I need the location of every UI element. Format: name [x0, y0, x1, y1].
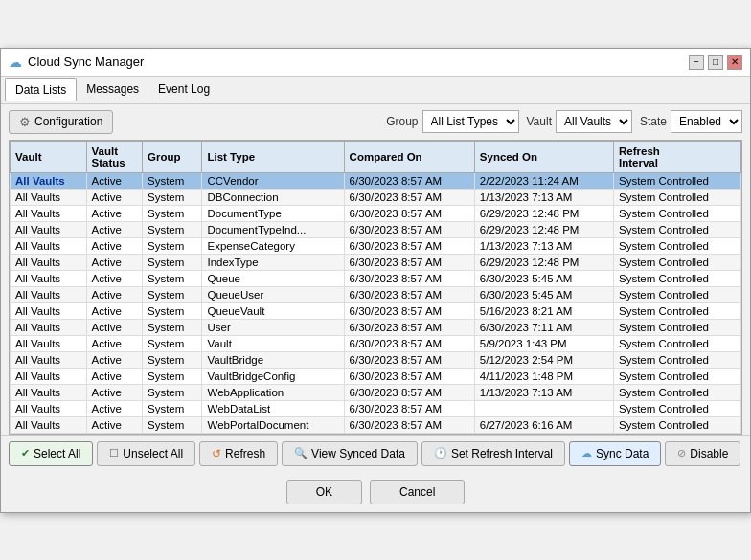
table-cell: QueueVault — [202, 302, 344, 319]
table-cell: System — [142, 221, 202, 237]
app-icon: ☁ — [9, 55, 22, 70]
table-cell: All Vaults — [11, 400, 87, 416]
table-cell: QueueUser — [202, 286, 344, 302]
refresh-icon: ↺ — [212, 447, 221, 460]
table-row[interactable]: All VaultsActiveSystemVault6/30/2023 8:5… — [11, 335, 741, 351]
table-row[interactable]: All VaultsActiveSystemWebDataList6/30/20… — [11, 400, 741, 416]
disable-label: Disable — [690, 447, 728, 460]
menu-item-event-log[interactable]: Event Log — [148, 78, 219, 101]
menu-item-messages[interactable]: Messages — [77, 78, 148, 101]
table-cell: Active — [86, 319, 142, 335]
unselect-all-button[interactable]: ☐ Unselect All — [97, 441, 195, 466]
table-cell: All Vaults — [11, 221, 87, 237]
table-cell: Vault — [202, 335, 344, 351]
table-cell: System Controlled — [613, 286, 740, 302]
set-refresh-interval-button[interactable]: 🕐 Set Refresh Interval — [421, 441, 565, 466]
bottom-toolbar: ✔ Select All ☐ Unselect All ↺ Refresh 🔍 … — [1, 435, 750, 472]
table-row[interactable]: All VaultsActiveSystemWebApplication6/30… — [11, 384, 741, 400]
table-cell: System — [142, 319, 202, 335]
table-cell: 6/30/2023 8:57 AM — [344, 302, 474, 319]
sync-icon: ☁ — [581, 447, 592, 459]
table-cell: System — [142, 237, 202, 254]
state-select[interactable]: Enabled — [671, 110, 742, 133]
table-cell: 6/30/2023 8:57 AM — [344, 221, 474, 237]
table-cell: System Controlled — [613, 351, 740, 368]
cancel-button[interactable]: Cancel — [370, 480, 465, 504]
vault-select[interactable]: All Vaults — [556, 110, 632, 133]
table-cell: 4/11/2023 1:48 PM — [474, 368, 613, 384]
table-cell: All Vaults — [11, 237, 87, 254]
table-row[interactable]: All VaultsActiveSystemExpenseCategory6/3… — [11, 237, 741, 254]
menu-item-data-lists[interactable]: Data Lists — [5, 78, 77, 101]
table-cell: All Vaults — [11, 384, 87, 400]
table-cell: WebApplication — [202, 384, 344, 400]
gear-icon: ⚙ — [19, 115, 31, 129]
col-synced-on: Synced On — [474, 141, 613, 172]
table-cell: 6/30/2023 8:57 AM — [344, 351, 474, 368]
table-cell: System — [142, 302, 202, 319]
toolbar: ⚙ Configuration Group All List Types Vau… — [1, 104, 750, 140]
table-cell: All Vaults — [11, 302, 87, 319]
sync-data-button[interactable]: ☁ Sync Data — [569, 441, 661, 466]
minimize-button[interactable]: − — [689, 55, 704, 70]
table-cell: Active — [86, 351, 142, 368]
table-cell: 6/30/2023 8:57 AM — [344, 384, 474, 400]
unselect-all-label: Unselect All — [123, 447, 183, 460]
table-cell: System Controlled — [613, 302, 740, 319]
clock-icon: 🕐 — [434, 447, 447, 459]
table-cell: CCVendor — [202, 172, 344, 189]
table-row[interactable]: All VaultsActiveSystemVaultBridgeConfig6… — [11, 368, 741, 384]
table-row[interactable]: All VaultsActiveSystemDocumentTypeInd...… — [11, 221, 741, 237]
table-cell: DBConnection — [202, 189, 344, 205]
table-row[interactable]: All VaultsActiveSystemUser6/30/2023 8:57… — [11, 319, 741, 335]
col-refresh-interval: RefreshInterval — [613, 141, 740, 172]
main-window: ☁ Cloud Sync Manager − □ ✕ Data Lists Me… — [0, 48, 751, 513]
table-row[interactable]: All VaultsActiveSystemIndexType6/30/2023… — [11, 254, 741, 270]
table-cell: System Controlled — [613, 416, 740, 433]
table-cell: DocumentTypeInd... — [202, 221, 344, 237]
configuration-button[interactable]: ⚙ Configuration — [9, 110, 113, 134]
table-row[interactable]: All VaultsActiveSystemWebPortalDocument6… — [11, 416, 741, 433]
disable-button[interactable]: ⊘ Disable — [665, 441, 740, 466]
table-cell: System — [142, 351, 202, 368]
table-row[interactable]: All VaultsActiveSystemVaultBridge6/30/20… — [11, 351, 741, 368]
table-cell: 6/30/2023 8:57 AM — [344, 172, 474, 189]
table-cell: 6/30/2023 5:45 AM — [474, 286, 613, 302]
state-filter: State Enabled — [640, 110, 742, 133]
table-cell: System — [142, 384, 202, 400]
table-cell: System Controlled — [613, 335, 740, 351]
title-bar: ☁ Cloud Sync Manager − □ ✕ — [1, 49, 750, 77]
table-header-row: Vault VaultStatus Group List Type Compar… — [11, 141, 741, 172]
refresh-label: Refresh — [225, 447, 265, 460]
search-icon: 🔍 — [294, 447, 307, 459]
table-cell: All Vaults — [11, 319, 87, 335]
refresh-button[interactable]: ↺ Refresh — [199, 441, 278, 466]
col-vault: Vault — [11, 141, 87, 172]
table-row[interactable]: All VaultsActiveSystemQueueVault6/30/202… — [11, 302, 741, 319]
select-all-button[interactable]: ✔ Select All — [9, 441, 93, 466]
maximize-button[interactable]: □ — [708, 55, 723, 70]
table-cell: 6/30/2023 8:57 AM — [344, 368, 474, 384]
uncheck-icon: ☐ — [109, 447, 119, 459]
table-cell: System Controlled — [613, 270, 740, 286]
table-cell — [474, 400, 613, 416]
table-row[interactable]: All VaultsActiveSystemQueueUser6/30/2023… — [11, 286, 741, 302]
data-table-container: Vault VaultStatus Group List Type Compar… — [9, 140, 742, 435]
table-cell: System — [142, 172, 202, 189]
view-synced-data-button[interactable]: 🔍 View Synced Data — [282, 441, 418, 466]
table-row[interactable]: All VaultsActiveSystemQueue6/30/2023 8:5… — [11, 270, 741, 286]
table-row[interactable]: All VaultsActiveSystemCCVendor6/30/2023 … — [11, 172, 741, 189]
group-select[interactable]: All List Types — [422, 110, 519, 133]
table-cell: 5/16/2023 8:21 AM — [474, 302, 613, 319]
close-button[interactable]: ✕ — [727, 55, 742, 70]
col-list-type: List Type — [202, 141, 344, 172]
table-cell: Active — [86, 302, 142, 319]
table-cell: All Vaults — [11, 172, 87, 189]
table-row[interactable]: All VaultsActiveSystemDBConnection6/30/2… — [11, 189, 741, 205]
table-row[interactable]: All VaultsActiveSystemDocumentType6/30/2… — [11, 205, 741, 221]
group-label: Group — [386, 115, 418, 128]
ok-button[interactable]: OK — [286, 480, 362, 504]
table-cell: System Controlled — [613, 384, 740, 400]
table-cell: VaultBridge — [202, 351, 344, 368]
sync-data-label: Sync Data — [596, 447, 649, 460]
